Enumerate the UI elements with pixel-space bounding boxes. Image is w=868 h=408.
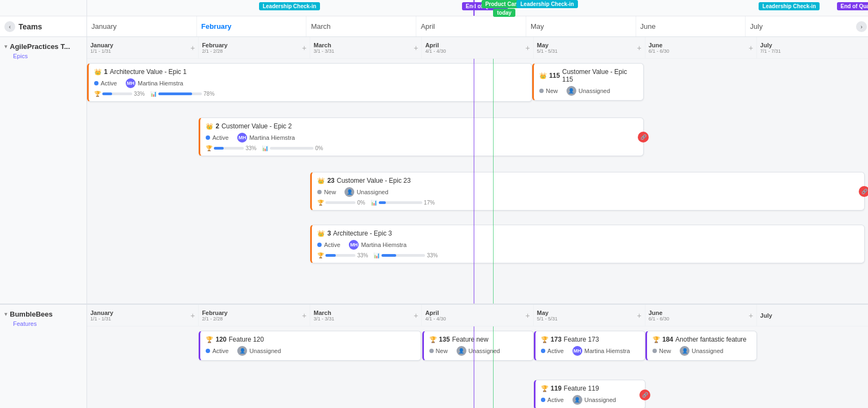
- epic1-crown-icon: 👑: [94, 69, 102, 76]
- bees-month-subheaders: January 1/1 - 1/31 + February 2/1 - 2/28…: [87, 305, 868, 326]
- agile-apr-add[interactable]: +: [525, 44, 530, 52]
- team-agile-sub[interactable]: Epics: [4, 53, 82, 59]
- bees-mar-add[interactable]: +: [414, 311, 418, 320]
- agile-may-add[interactable]: +: [637, 44, 642, 52]
- agile-feb-range: 2/1 - 2/28: [202, 48, 227, 54]
- feature-card-184[interactable]: 🏆 184 Another fantastic feature New 👤 Un…: [645, 331, 757, 361]
- bees-apr-header: April 4/1 - 4/30 +: [422, 305, 533, 326]
- epic1-num: 1: [104, 68, 108, 76]
- epic-card-2[interactable]: 🔗 👑 2 Customer Value - Epic 2 Active MH: [199, 118, 644, 156]
- epic23-avatar: 👤: [344, 187, 354, 197]
- month-headers: January February March April May June Ju…: [87, 16, 868, 36]
- f184-assignee-name: Unassigned: [692, 348, 723, 354]
- quarter-line-agile: [473, 59, 475, 304]
- epic115-assignee-name: Unassigned: [578, 88, 610, 94]
- team-agile-sidebar: ▾ AgilePractices T... Epics: [0, 37, 87, 304]
- f173-status-dot: [541, 349, 545, 353]
- epic1-avatar: MH: [126, 78, 136, 88]
- epic3-bar-icon: 📊: [373, 252, 380, 258]
- month-header-february: February: [197, 16, 307, 36]
- f119-status-label: Active: [547, 397, 564, 403]
- quarter-line-bees: [473, 326, 475, 408]
- feature-card-135[interactable]: 🏆 135 Feature new New 👤 Unassigned: [422, 331, 534, 361]
- epic2-pct2: 0%: [315, 145, 323, 151]
- agile-mar-add[interactable]: +: [414, 44, 418, 52]
- team-bumblebees-sub[interactable]: Features: [4, 320, 82, 327]
- epic-card-115[interactable]: 👑 115 Customer Value - Epic 115 New 👤 Un…: [532, 63, 644, 101]
- f173-meta: Active MH Martina Hiemstra: [541, 346, 639, 356]
- teams-label: Teams: [19, 22, 42, 31]
- epic3-bar1-wrap: [325, 254, 355, 257]
- bees-may-add[interactable]: +: [637, 311, 642, 320]
- f184-num: 184: [662, 336, 673, 343]
- f173-status-label: Active: [547, 348, 564, 354]
- milestone-tag-leadership-2: Leadership Check-in: [516, 0, 577, 8]
- f119-title: Feature 119: [564, 385, 599, 392]
- bees-apr-add[interactable]: +: [525, 311, 530, 320]
- bees-jan-add[interactable]: +: [190, 311, 195, 320]
- today-tag: today: [493, 9, 515, 17]
- f120-num: 120: [216, 336, 226, 343]
- agile-apr-label: April: [425, 42, 446, 48]
- epic23-num: 23: [327, 177, 334, 184]
- bees-jan-header: January 1/1 - 1/31 +: [87, 305, 199, 326]
- team-agile-calendar: January 1/1 - 1/31 + February 2/1 - 2/28…: [87, 37, 868, 304]
- feature-card-119[interactable]: 🔗 🏆 119 Feature 119 Active 👤 Una: [534, 380, 645, 408]
- team-bumblebees-calendar: January 1/1 - 1/31 + February 2/1 - 2/28…: [87, 305, 868, 408]
- epic3-bar2: [381, 254, 396, 257]
- bees-may-range: 5/1 - 5/31: [537, 316, 558, 322]
- bees-jul-header: July: [757, 305, 868, 326]
- epic1-progress: 🏆 33% 📊 78%: [94, 91, 526, 97]
- epic1-pct2: 78%: [204, 91, 214, 97]
- epic23-chain-icon: 🔗: [859, 186, 868, 197]
- bees-jun-add[interactable]: +: [749, 311, 753, 320]
- agile-jun-add[interactable]: +: [749, 44, 753, 52]
- agile-jan-add[interactable]: +: [190, 44, 195, 52]
- team-agile-collapse[interactable]: ▾ AgilePractices T...: [4, 42, 82, 51]
- bees-feb-add[interactable]: +: [302, 311, 306, 320]
- epic3-prog2: 📊 33%: [373, 252, 438, 258]
- feature-card-173[interactable]: 🏆 173 Feature 173 Active MH Martina Hiem…: [534, 331, 645, 361]
- bees-mar-label: March: [313, 310, 334, 316]
- epic1-bar-icon: 📊: [150, 91, 157, 97]
- f119-num: 119: [551, 385, 562, 392]
- team-bumblebees-sidebar: ▾ BumbleBees Features: [0, 305, 87, 408]
- epic23-title: Customer Value - Epic 23: [337, 177, 411, 184]
- epic3-bar1: [325, 254, 335, 257]
- f119-trophy-icon: 🏆: [541, 385, 549, 392]
- epic2-progress: 🏆 33% 📊 0%: [206, 145, 638, 151]
- epic1-title: Architecture Value - Epic 1: [110, 68, 187, 76]
- agile-feb-add[interactable]: +: [302, 44, 306, 52]
- epic3-title: Architecture - Epic 3: [333, 230, 392, 237]
- nav-next-button[interactable]: ›: [856, 21, 867, 32]
- bees-may-header: May 5/1 - 5/31 +: [534, 305, 645, 326]
- team-bumblebees-section: ▾ BumbleBees Features January 1/1 - 1/31…: [0, 305, 868, 408]
- agile-mar-header: March 3/1 - 3/31 +: [310, 37, 422, 58]
- epic1-status-dot: [94, 81, 99, 85]
- bees-apr-range: 4/1 - 4/30: [425, 316, 446, 322]
- f119-status: Active: [541, 397, 564, 403]
- epic1-bar1: [102, 92, 112, 95]
- content-scroll[interactable]: ▾ AgilePractices T... Epics January 1/1 …: [0, 37, 868, 408]
- epic3-num: 3: [327, 230, 331, 237]
- team-bumblebees-collapse[interactable]: ▾ BumbleBees: [4, 310, 82, 318]
- f184-title-row: 🏆 184 Another fantastic feature: [652, 336, 751, 343]
- epic2-bar-icon: 📊: [262, 145, 268, 151]
- epic1-prog2: 📊 78%: [150, 91, 214, 97]
- epic2-avatar: MH: [237, 133, 247, 143]
- epic2-bar2-wrap: [270, 147, 313, 150]
- epic-card-3[interactable]: 👑 3 Architecture - Epic 3 Active MH Mart…: [310, 225, 865, 263]
- epic2-meta: Active MH Martina Hiemstra: [206, 133, 638, 143]
- epic3-assignee: MH Martina Hiemstra: [349, 240, 407, 250]
- nav-prev-button[interactable]: ‹: [4, 21, 15, 32]
- epic-card-23[interactable]: 🔗 👑 23 Customer Value - Epic 23 New 👤: [310, 172, 865, 211]
- epic1-assignee-name: Martina Hiemstra: [138, 80, 183, 86]
- bees-mar-header: March 3/1 - 3/31 +: [310, 305, 422, 326]
- epic23-bar2: [379, 201, 386, 204]
- epic3-status: Active: [317, 242, 340, 248]
- feature-card-120[interactable]: 🏆 120 Feature 120 Active 👤 Unassigned: [199, 331, 421, 361]
- agile-jan-label: January: [90, 42, 113, 48]
- epic-card-1[interactable]: 👑 1 Architecture Value - Epic 1 Active M…: [87, 63, 532, 102]
- epic23-prog1: 🏆 0%: [317, 200, 365, 206]
- f184-title: Another fantastic feature: [675, 336, 747, 343]
